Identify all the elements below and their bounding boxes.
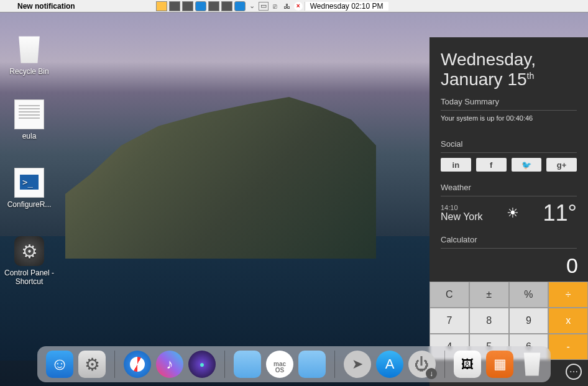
dock-safari-icon[interactable]: [124, 351, 151, 378]
tray-chevron-icon[interactable]: ⌄: [247, 2, 257, 10]
control-panel-icon: [14, 236, 44, 266]
tray-window-icon[interactable]: [208, 1, 219, 11]
uptime-value: 00:40:46: [506, 114, 533, 122]
calc-divide-button[interactable]: ÷: [548, 282, 588, 308]
weather-row[interactable]: 14:10 New York ☀ 11°: [441, 200, 577, 226]
desktop-icon-label: ConfigureR...: [4, 200, 55, 209]
dock-power-icon[interactable]: ↓: [408, 351, 436, 378]
dock-separator: [334, 351, 335, 378]
tray-edge-icon[interactable]: [234, 1, 246, 11]
dock-folder-icon[interactable]: [234, 351, 261, 378]
dock-music-icon[interactable]: [156, 351, 183, 378]
weather-city: New York: [441, 211, 483, 223]
sidebar-date: Wednesday, January 15th: [441, 50, 577, 90]
tray-window-icon[interactable]: [221, 1, 232, 11]
calc-9-button[interactable]: 9: [509, 308, 549, 334]
calc-8-button[interactable]: 8: [469, 308, 509, 334]
tray-screen-icon[interactable]: ⎚: [270, 2, 280, 11]
dock-separator: [114, 351, 115, 378]
tray-network-icon[interactable]: 🖧: [282, 2, 292, 11]
desktop-icon-label: eula: [4, 132, 55, 140]
dock-stack-pictures-icon[interactable]: [454, 351, 481, 378]
tray-battery-icon[interactable]: ▭: [259, 2, 269, 11]
tray-security-alert-icon[interactable]: ×: [294, 2, 303, 11]
powershell-file-icon: [14, 168, 44, 198]
sidebar-date-text: Wednesday, January 15: [441, 50, 536, 89]
desktop-icon-control-panel[interactable]: Control Panel - Shortcut: [4, 236, 55, 286]
social-row: in f 🐦 g+: [441, 158, 577, 172]
social-title: Social: [441, 139, 577, 153]
text-file-icon: [14, 99, 44, 129]
dock-finder-icon[interactable]: [46, 351, 73, 378]
desktop-icon-label: Recycle Bin: [4, 67, 55, 76]
dock-stack-apps-icon[interactable]: [486, 351, 513, 378]
sidebar-date-suffix: th: [527, 71, 535, 81]
dock: mac OS ↓: [37, 346, 551, 382]
social-linkedin-button[interactable]: in: [441, 158, 471, 172]
overflow-menu-button[interactable]: ⋯: [566, 364, 582, 380]
calc-percent-button[interactable]: %: [509, 282, 549, 308]
uptime-prefix: Your system is up for: [441, 114, 506, 122]
recycle-bin-icon: [14, 35, 44, 65]
tray-window-icon[interactable]: [182, 1, 193, 11]
desktop-icon-eula[interactable]: eula: [4, 99, 55, 140]
tray-edge-icon[interactable]: [195, 1, 206, 11]
dock-launchpad-icon[interactable]: [344, 351, 371, 378]
dock-appstore-icon[interactable]: [376, 351, 403, 378]
menubar-app-title[interactable]: New notification: [11, 2, 81, 11]
weather-time: 14:10: [441, 204, 483, 211]
dock-system-preferences-icon[interactable]: [78, 351, 106, 378]
wallpaper-island: [65, 97, 376, 259]
dock-separator: [444, 351, 445, 378]
dock-separator: [224, 351, 225, 378]
desktop-icon-label: Control Panel - Shortcut: [4, 269, 55, 286]
calc-clear-button[interactable]: C: [430, 282, 469, 308]
weather-temp: 11°: [543, 200, 577, 226]
tray-explorer-icon[interactable]: [156, 1, 167, 11]
tray-window-icon[interactable]: [169, 1, 180, 11]
social-facebook-button[interactable]: f: [476, 158, 507, 172]
menubar-datetime[interactable]: Wednesday 02:10 PM: [305, 2, 388, 11]
weather-location: 14:10 New York: [441, 204, 483, 223]
social-twitter-button[interactable]: 🐦: [512, 158, 542, 172]
calculator-title: Calculator: [441, 235, 577, 249]
dock-trash-icon[interactable]: [518, 351, 546, 378]
weather-sun-icon: ☀: [507, 205, 519, 221]
dock-siri-icon[interactable]: [188, 351, 216, 378]
calc-multiply-button[interactable]: x: [548, 308, 588, 334]
menubar: New notification ⌄ ▭ ⎚ 🖧 × Wednesday 02:…: [0, 0, 588, 12]
download-badge-icon: ↓: [426, 368, 437, 379]
sidebar-panel: Wednesday, January 15th Today Summary Yo…: [430, 37, 588, 386]
calc-display: 0: [430, 252, 588, 282]
calc-subtract-button[interactable]: -: [548, 334, 588, 360]
dock-macos-icon[interactable]: mac OS: [266, 351, 293, 378]
today-summary-title: Today Summary: [441, 97, 577, 111]
menubar-tray: ⌄ ▭ ⎚ 🖧 × Wednesday 02:10 PM: [156, 1, 388, 11]
calc-7-button[interactable]: 7: [430, 308, 469, 334]
social-googleplus-button[interactable]: g+: [546, 158, 577, 172]
calculator: 0 C ± % ÷ 7 8 9 x 4 5 6 -: [430, 252, 588, 360]
calc-plusminus-button[interactable]: ±: [469, 282, 509, 308]
dock-folder-icon[interactable]: [298, 351, 326, 378]
desktop-icon-recycle-bin[interactable]: Recycle Bin: [4, 35, 55, 76]
weather-title: Weather: [441, 183, 577, 196]
uptime-text: Your system is up for 00:40:46: [441, 114, 577, 122]
desktop-icon-configure[interactable]: ConfigureR...: [4, 168, 55, 209]
